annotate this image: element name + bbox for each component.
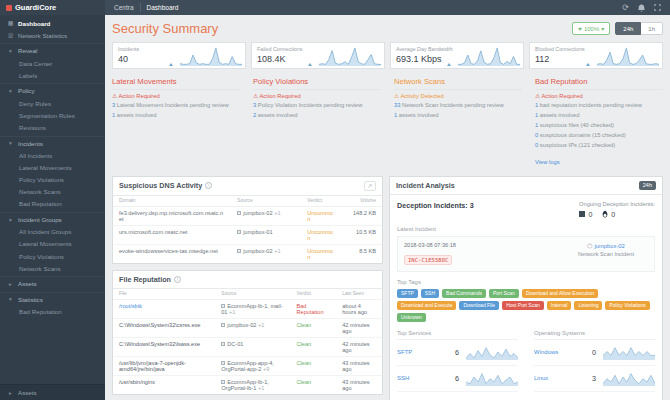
file-path-cell[interactable]: C:\Windows\System32\lsass.exe xyxy=(113,337,215,356)
category-title[interactable]: Lateral Movements xyxy=(112,77,240,90)
fullscreen-icon[interactable] xyxy=(654,4,661,11)
tag-pill[interactable]: SSH xyxy=(421,289,439,298)
file-row[interactable]: /root/sbtk EcommApp-lb-1, mail-01 +1 Bad… xyxy=(113,299,382,318)
stat-count-link[interactable]: 33 xyxy=(394,102,400,108)
more-count[interactable]: +1 xyxy=(258,385,264,391)
metric-card-incidents[interactable]: Incidents 40 xyxy=(112,42,246,69)
os-row[interactable]: Linux 3 xyxy=(534,366,655,392)
category-title[interactable]: Policy Violations xyxy=(253,77,381,90)
incident-id-link[interactable]: INC-C1E55B8C xyxy=(404,255,452,265)
sidebar-item-network-statistics[interactable]: ▥Network Statistics xyxy=(0,29,105,41)
sidebar-item-deny-rules[interactable]: Deny Rules xyxy=(0,97,105,109)
source-cell[interactable]: DC-01 xyxy=(215,337,290,356)
dns-row[interactable]: urs.microsoft.com.nsatc.net jumpbox-01 U… xyxy=(113,225,382,244)
source-cell[interactable]: jumpbox-02 +1 xyxy=(215,318,290,337)
more-count[interactable]: +9 xyxy=(263,366,269,372)
source-cell[interactable]: jumpbox-01 xyxy=(231,225,301,244)
more-count[interactable]: +1 xyxy=(229,309,235,315)
metric-card-blocked-connections[interactable]: Blocked Connections 112 xyxy=(529,42,663,69)
deception-count[interactable]: 3 xyxy=(470,201,474,210)
sidebar-item-stats-bad-reputation[interactable]: Bad Reputation xyxy=(0,306,105,318)
file-row[interactable]: /usr/sbin/nginx EcommApp-lb-1, OrgPortal… xyxy=(113,375,382,394)
sidebar-item-all-incident-groups[interactable]: All Incident Groups xyxy=(0,226,105,238)
app-logo[interactable]: GuardiCore xyxy=(0,0,105,15)
sidebar-item-segmentation-rules[interactable]: Segmentation Rules xyxy=(0,109,105,121)
tag-pill[interactable]: Unknown xyxy=(397,313,426,322)
range-24h-button[interactable]: 24h xyxy=(615,22,641,35)
source-cell[interactable]: EcommApp-lb-1, mail-01 +1 xyxy=(215,299,290,318)
sidebar-item-revisions[interactable]: Revisions xyxy=(0,121,105,133)
sidebar-section-assets[interactable]: ▸Assets xyxy=(0,276,105,290)
sidebar-item-group-network-scans[interactable]: Network Scans xyxy=(0,262,105,274)
os-name-link[interactable]: Windows xyxy=(534,349,558,355)
breadcrumb-brand[interactable]: Centra xyxy=(114,4,134,11)
tag-pill[interactable]: Download and Allow Execution xyxy=(522,289,598,298)
service-name-link[interactable]: SFTP xyxy=(397,349,412,355)
domain-cell[interactable]: urs.microsoft.com.nsatc.net xyxy=(113,225,231,244)
file-path-cell[interactable]: /usr/lib/jvm/java-7-openjdk-amd64/jre/bi… xyxy=(113,356,215,375)
os-name-link[interactable]: Linux xyxy=(534,375,548,381)
file-row[interactable]: /usr/lib/jvm/java-7-openjdk-amd64/jre/bi… xyxy=(113,356,382,375)
more-count[interactable]: +1 xyxy=(274,248,280,254)
service-name-link[interactable]: SSH xyxy=(397,375,409,381)
source-name[interactable]: jumpbox-01 xyxy=(243,229,272,235)
file-path-cell[interactable]: /root/sbtk xyxy=(113,299,215,318)
metric-card-bandwidth[interactable]: Average Day Bandwidth 693.1 Kbps xyxy=(390,42,524,69)
tag-pill[interactable]: Download File xyxy=(459,301,499,310)
tag-pill[interactable]: SFTP xyxy=(397,289,418,298)
source-cell[interactable]: jumpbox-02 +1 xyxy=(231,244,301,263)
sidebar-item-network-scans[interactable]: Network Scans xyxy=(0,186,105,198)
stat-count-link[interactable]: 1 xyxy=(535,112,538,118)
source-name[interactable]: jumpbox-02 xyxy=(243,248,272,254)
stat-count-link[interactable]: 2 xyxy=(253,112,256,118)
stat-count-link[interactable]: 0 xyxy=(535,142,538,148)
sidebar-section-incident-groups[interactable]: ▾Incident Groups xyxy=(0,212,105,226)
file-row[interactable]: C:\Windows\System32\csrss.exe jumpbox-02… xyxy=(113,318,382,337)
sidebar-item-bad-reputation[interactable]: Bad Reputation xyxy=(0,198,105,210)
sidebar-item-group-lateral-movements[interactable]: Lateral Movements xyxy=(0,238,105,250)
time-range-badge[interactable]: 24h xyxy=(639,181,656,190)
source-name[interactable]: jumpbox-02 xyxy=(227,322,256,328)
source-cell[interactable]: jumpbox-02 +1 xyxy=(231,206,301,225)
info-icon[interactable]: i xyxy=(174,276,181,283)
latest-incident-card[interactable]: 2018-03-08 07:36:18 INC-C1E55B8C ⬡jumpbo… xyxy=(397,236,655,272)
domain-cell[interactable]: evoke-windowsservices-tas.msedge.net xyxy=(113,244,231,263)
notifications-bell-icon[interactable] xyxy=(638,4,645,12)
source-name[interactable]: jumpbox-02 xyxy=(243,210,272,216)
tag-pill[interactable]: Host Port Scan xyxy=(502,301,544,310)
source-cell[interactable]: EcommApp-lb-1, OrgPortal-lb-1 +1 xyxy=(215,375,290,394)
sidebar-item-policy-violations[interactable]: Policy Violations xyxy=(0,173,105,185)
sidebar-section-statistics[interactable]: ▾Statistics xyxy=(0,292,105,306)
sidebar-item-group-policy-violations[interactable]: Policy Violations xyxy=(0,250,105,262)
sidebar-section-reveal[interactable]: ▾Reveal xyxy=(0,43,105,57)
range-1h-button[interactable]: 1h xyxy=(641,22,663,35)
tag-pill[interactable]: Listening xyxy=(574,301,602,310)
tag-pill[interactable]: Bad Commands xyxy=(442,289,486,298)
refresh-icon[interactable]: ⟳ xyxy=(622,4,629,12)
stat-count-link[interactable]: 3 xyxy=(253,102,256,108)
stat-count-link[interactable]: 1 xyxy=(535,102,538,108)
asset-link[interactable]: jumpbox-02 xyxy=(594,243,624,249)
sidebar-section-policy[interactable]: ▾Policy xyxy=(0,83,105,97)
health-score-button[interactable]: ♥ 100% ▾ xyxy=(572,22,610,35)
sidebar-item-lateral-movements[interactable]: Lateral Movements xyxy=(0,161,105,173)
sidebar-item-labels[interactable]: Labels xyxy=(0,69,105,81)
tag-pill[interactable]: Port Scan xyxy=(489,289,519,298)
sidebar-item-data-center[interactable]: Data Center xyxy=(0,57,105,69)
more-count[interactable]: +1 xyxy=(258,322,264,328)
dns-row[interactable]: fe3.delivery.dsp.mp.microsoft.com.nsatc.… xyxy=(113,206,382,225)
more-count[interactable]: +1 xyxy=(274,210,280,216)
metric-card-failed-connections[interactable]: Failed Connections 108.4K xyxy=(251,42,385,69)
tag-pill[interactable]: Download and Execute xyxy=(397,301,456,310)
source-name[interactable]: DC-01 xyxy=(227,341,243,347)
stat-count-link[interactable]: 1 xyxy=(112,112,115,118)
domain-cell[interactable]: fe3.delivery.dsp.mp.microsoft.com.nsatc.… xyxy=(113,206,231,225)
file-row[interactable]: C:\Windows\System32\lsass.exe DC-01 Clea… xyxy=(113,337,382,356)
service-row[interactable]: SSH 6 xyxy=(397,366,518,392)
tag-pill[interactable]: Policy Violations xyxy=(605,301,649,310)
service-row[interactable]: SFTP 6 xyxy=(397,340,518,366)
tag-pill[interactable]: Internal xyxy=(547,301,572,310)
sidebar-section-assets-bottom[interactable]: ▸Assets xyxy=(0,384,105,400)
sidebar-item-all-incidents[interactable]: All Incidents xyxy=(0,149,105,161)
file-path-cell[interactable]: /usr/sbin/nginx xyxy=(113,375,215,394)
